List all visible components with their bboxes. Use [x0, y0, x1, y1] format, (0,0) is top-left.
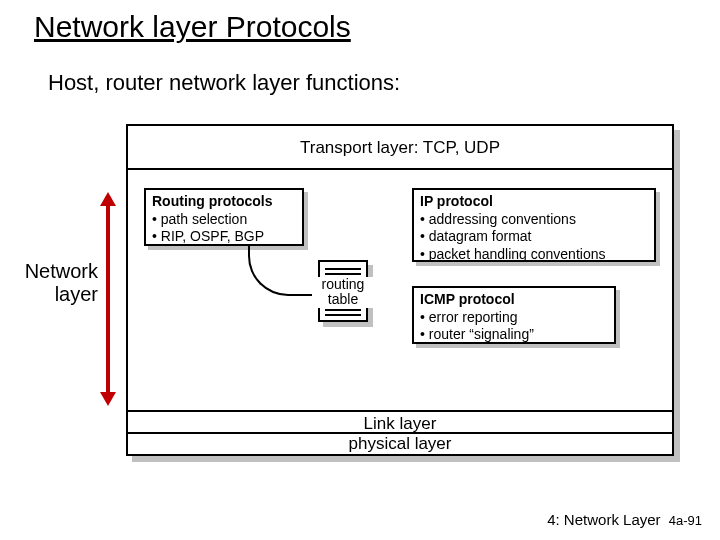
protocol-stack-box: Transport layer: TCP, UDP Routing protoc…	[126, 124, 674, 456]
network-layer-row: Routing protocols • path selection • RIP…	[128, 170, 672, 410]
slide-footer: 4: Network Layer 4a-91	[547, 511, 702, 528]
side-label-line1: Network	[25, 260, 98, 282]
side-label-line2: layer	[55, 283, 98, 305]
slide-subtitle: Host, router network layer functions:	[48, 70, 400, 96]
network-layer-extent-arrow	[106, 204, 110, 394]
icmp-bullet-1: • error reporting	[420, 309, 608, 327]
link-layer-row: Link layer	[128, 410, 672, 434]
slide-title: Network layer Protocols	[34, 10, 351, 44]
ip-bullet-3: • packet handling conventions	[420, 246, 648, 264]
network-layer-side-label: Network layer	[18, 260, 98, 306]
routing-to-table-arrow	[248, 244, 320, 296]
routing-protocols-card: Routing protocols • path selection • RIP…	[144, 188, 304, 246]
routing-bullet-2: • RIP, OSPF, BGP	[152, 228, 296, 246]
ip-card-header: IP protocol	[420, 193, 648, 211]
routing-bullet-1: • path selection	[152, 211, 296, 229]
icmp-card-header: ICMP protocol	[420, 291, 608, 309]
routing-table-label: routing table	[312, 277, 374, 308]
footer-page-number: 4a-91	[669, 513, 702, 528]
routing-card-header: Routing protocols	[152, 193, 296, 211]
ip-protocol-card: IP protocol • addressing conventions • d…	[412, 188, 656, 262]
footer-chapter: 4: Network Layer	[547, 511, 660, 528]
transport-layer-row: Transport layer: TCP, UDP	[128, 126, 672, 170]
physical-layer-row: physical layer	[128, 434, 672, 454]
icmp-protocol-card: ICMP protocol • error reporting • router…	[412, 286, 616, 344]
icmp-bullet-2: • router “signaling”	[420, 326, 608, 344]
ip-bullet-2: • datagram format	[420, 228, 648, 246]
ip-bullet-1: • addressing conventions	[420, 211, 648, 229]
